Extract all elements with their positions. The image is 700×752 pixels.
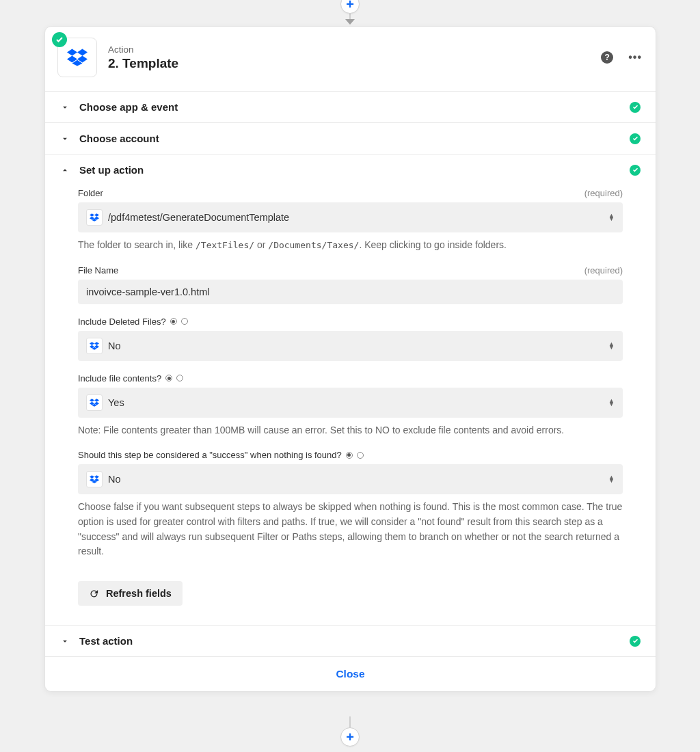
dropbox-icon bbox=[86, 338, 103, 354]
sort-icon: ▲▼ bbox=[608, 476, 615, 483]
section-choose-account: Choose account bbox=[45, 123, 656, 155]
radio-icon[interactable] bbox=[357, 452, 364, 459]
action-title: 2. Template bbox=[108, 56, 178, 71]
status-check-icon bbox=[630, 133, 641, 144]
chevron-down-icon bbox=[60, 636, 70, 646]
app-icon bbox=[57, 38, 97, 77]
field-success: Should this step be considered a "succes… bbox=[78, 450, 623, 559]
folder-help: The folder to search in, like /TextFiles… bbox=[78, 238, 623, 253]
refresh-icon bbox=[89, 589, 99, 599]
field-help: Choose false if you want subsequent step… bbox=[78, 500, 623, 559]
section-label: Set up action bbox=[79, 164, 144, 176]
flow-arrow-icon bbox=[345, 19, 355, 25]
field-label: Include file contents? bbox=[78, 373, 183, 384]
status-check-icon bbox=[630, 165, 641, 176]
success-select[interactable]: No ▲▼ bbox=[78, 464, 623, 494]
required-label: (required) bbox=[584, 265, 623, 276]
folder-value: /pdf4metest/GenerateDocumentTemplate bbox=[108, 212, 608, 223]
field-label: Include Deleted Files? bbox=[78, 317, 188, 327]
field-filename: File Name (required) invoivce-sample-ver… bbox=[78, 265, 623, 304]
sort-icon: ▲▼ bbox=[608, 399, 615, 406]
field-label: Folder bbox=[78, 188, 103, 198]
section-header-test-action[interactable]: Test action bbox=[45, 626, 656, 656]
section-header-setup-action[interactable]: Set up action bbox=[45, 155, 656, 185]
select-value: No bbox=[108, 474, 608, 485]
action-subtitle: Action bbox=[108, 44, 178, 55]
section-label: Choose app & event bbox=[79, 101, 178, 113]
chevron-up-icon bbox=[60, 165, 70, 175]
radio-icon[interactable] bbox=[181, 318, 188, 325]
more-icon[interactable]: ••• bbox=[628, 51, 642, 64]
field-include-contents: Include file contents? Yes ▲▼ Note: File… bbox=[78, 373, 623, 438]
chevron-down-icon bbox=[60, 134, 70, 144]
required-label: (required) bbox=[584, 188, 623, 198]
select-value: Yes bbox=[108, 397, 608, 408]
add-step-button-top[interactable]: + bbox=[340, 0, 360, 14]
field-help: Note: File contents greater than 100MB w… bbox=[78, 423, 623, 438]
check-icon bbox=[55, 36, 64, 44]
status-check-icon bbox=[630, 636, 641, 647]
section-setup-action: Set up action Folder (required) /pdf4met… bbox=[45, 155, 656, 626]
radio-icon[interactable] bbox=[176, 375, 183, 381]
section-label: Test action bbox=[79, 635, 133, 647]
field-label: File Name bbox=[78, 265, 118, 276]
dropbox-icon bbox=[86, 394, 103, 411]
add-step-button-bottom[interactable]: + bbox=[340, 727, 360, 747]
radio-icon[interactable] bbox=[165, 375, 172, 381]
include-contents-select[interactable]: Yes ▲▼ bbox=[78, 388, 623, 418]
filename-value: invoivce-sample-ver1.0.html bbox=[86, 286, 210, 297]
refresh-fields-button[interactable]: Refresh fields bbox=[78, 581, 183, 606]
card-header: Action 2. Template ? ••• bbox=[45, 27, 656, 92]
section-body-setup-action: Folder (required) /pdf4metest/GenerateDo… bbox=[45, 185, 656, 625]
refresh-label: Refresh fields bbox=[106, 588, 172, 599]
radio-icon[interactable] bbox=[170, 318, 177, 325]
status-check-icon bbox=[630, 102, 641, 113]
select-value: No bbox=[108, 340, 608, 351]
dropbox-icon bbox=[67, 49, 88, 66]
close-button[interactable]: Close bbox=[45, 657, 656, 691]
action-card: Action 2. Template ? ••• Choose app & ev… bbox=[44, 26, 656, 692]
filename-input[interactable]: invoivce-sample-ver1.0.html bbox=[78, 280, 623, 304]
section-test-action: Test action bbox=[45, 626, 656, 657]
section-choose-app: Choose app & event bbox=[45, 92, 656, 123]
section-label: Choose account bbox=[79, 133, 159, 144]
help-icon[interactable]: ? bbox=[601, 51, 613, 64]
field-include-deleted: Include Deleted Files? No ▲▼ bbox=[78, 317, 623, 361]
field-folder: Folder (required) /pdf4metest/GenerateDo… bbox=[78, 188, 623, 253]
chevron-down-icon bbox=[60, 103, 70, 112]
header-text: Action 2. Template bbox=[108, 44, 178, 71]
radio-icon[interactable] bbox=[346, 452, 353, 459]
section-header-choose-account[interactable]: Choose account bbox=[45, 123, 656, 154]
field-label: Should this step be considered a "succes… bbox=[78, 450, 364, 460]
include-deleted-select[interactable]: No ▲▼ bbox=[78, 331, 623, 361]
folder-select[interactable]: /pdf4metest/GenerateDocumentTemplate ▲▼ bbox=[78, 202, 623, 232]
sort-icon: ▲▼ bbox=[608, 343, 615, 349]
status-check-badge bbox=[52, 32, 67, 47]
sort-icon: ▲▼ bbox=[608, 214, 615, 221]
dropbox-icon bbox=[86, 209, 103, 226]
dropbox-icon bbox=[86, 471, 103, 487]
section-header-choose-app[interactable]: Choose app & event bbox=[45, 92, 656, 122]
